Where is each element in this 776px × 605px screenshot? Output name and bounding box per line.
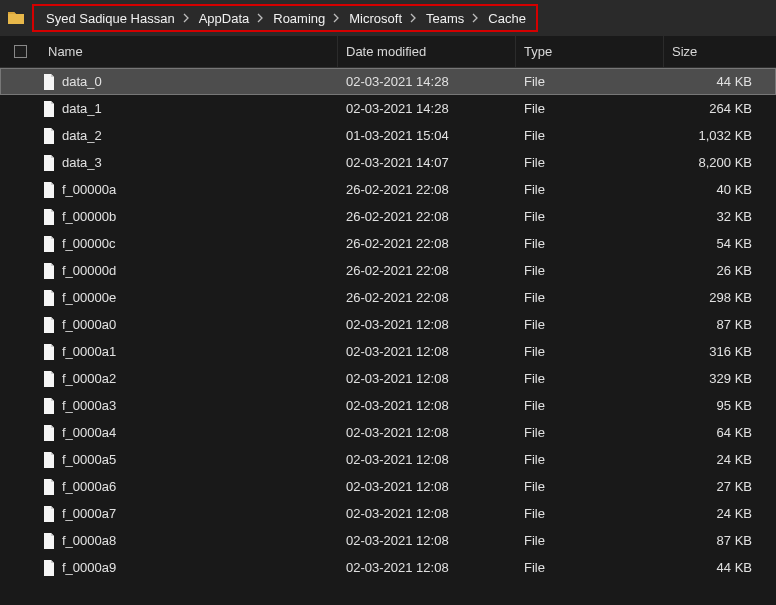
cell-size: 24 KB bbox=[664, 452, 762, 467]
cell-size: 26 KB bbox=[664, 263, 762, 278]
cell-name[interactable]: f_0000a9 bbox=[40, 560, 338, 576]
cell-date: 26-02-2021 22:08 bbox=[338, 209, 516, 224]
table-row[interactable]: f_0000a402-03-2021 12:08File64 KB bbox=[0, 419, 776, 446]
table-row[interactable]: f_00000c26-02-2021 22:08File54 KB bbox=[0, 230, 776, 257]
chevron-right-icon[interactable] bbox=[329, 13, 345, 23]
table-row[interactable]: f_0000a202-03-2021 12:08File329 KB bbox=[0, 365, 776, 392]
file-name: f_0000a2 bbox=[62, 371, 116, 386]
breadcrumb-item[interactable]: AppData bbox=[195, 9, 254, 28]
file-icon bbox=[42, 236, 56, 252]
cell-name[interactable]: f_0000a4 bbox=[40, 425, 338, 441]
table-row[interactable]: f_0000a702-03-2021 12:08File24 KB bbox=[0, 500, 776, 527]
cell-type: File bbox=[516, 533, 664, 548]
table-row[interactable]: data_201-03-2021 15:04File1,032 KB bbox=[0, 122, 776, 149]
cell-name[interactable]: f_0000a6 bbox=[40, 479, 338, 495]
table-row[interactable]: data_102-03-2021 14:28File264 KB bbox=[0, 95, 776, 122]
cell-name[interactable]: f_0000a2 bbox=[40, 371, 338, 387]
file-name: f_0000a3 bbox=[62, 398, 116, 413]
cell-size: 298 KB bbox=[664, 290, 762, 305]
table-row[interactable]: data_002-03-2021 14:28File44 KB bbox=[0, 68, 776, 95]
file-icon bbox=[42, 317, 56, 333]
file-name: f_0000a6 bbox=[62, 479, 116, 494]
table-row[interactable]: f_00000d26-02-2021 22:08File26 KB bbox=[0, 257, 776, 284]
column-header-type[interactable]: Type bbox=[516, 36, 664, 67]
column-header-date[interactable]: Date modified bbox=[338, 36, 516, 67]
cell-type: File bbox=[516, 128, 664, 143]
cell-type: File bbox=[516, 452, 664, 467]
cell-name[interactable]: f_0000a5 bbox=[40, 452, 338, 468]
file-icon bbox=[42, 290, 56, 306]
chevron-right-icon[interactable] bbox=[179, 13, 195, 23]
table-row[interactable]: f_0000a102-03-2021 12:08File316 KB bbox=[0, 338, 776, 365]
cell-date: 02-03-2021 12:08 bbox=[338, 398, 516, 413]
cell-date: 02-03-2021 12:08 bbox=[338, 560, 516, 575]
cell-name[interactable]: f_0000a0 bbox=[40, 317, 338, 333]
breadcrumb-item[interactable]: Syed Sadique Hassan bbox=[42, 9, 179, 28]
breadcrumb-item[interactable]: Cache bbox=[484, 9, 530, 28]
chevron-right-icon[interactable] bbox=[468, 13, 484, 23]
cell-size: 32 KB bbox=[664, 209, 762, 224]
table-row[interactable]: f_0000a802-03-2021 12:08File87 KB bbox=[0, 527, 776, 554]
cell-name[interactable]: data_3 bbox=[40, 155, 338, 171]
file-name: f_00000b bbox=[62, 209, 116, 224]
file-icon bbox=[42, 74, 56, 90]
cell-size: 24 KB bbox=[664, 506, 762, 521]
cell-name[interactable]: f_00000a bbox=[40, 182, 338, 198]
file-name: f_0000a4 bbox=[62, 425, 116, 440]
cell-date: 02-03-2021 12:08 bbox=[338, 533, 516, 548]
cell-size: 8,200 KB bbox=[664, 155, 762, 170]
table-row[interactable]: f_0000a502-03-2021 12:08File24 KB bbox=[0, 446, 776, 473]
select-all-checkbox[interactable] bbox=[14, 45, 40, 58]
cell-size: 44 KB bbox=[664, 74, 762, 89]
chevron-right-icon[interactable] bbox=[253, 13, 269, 23]
cell-size: 27 KB bbox=[664, 479, 762, 494]
cell-name[interactable]: f_0000a3 bbox=[40, 398, 338, 414]
breadcrumb[interactable]: Syed Sadique HassanAppDataRoamingMicroso… bbox=[32, 4, 538, 32]
file-icon bbox=[42, 425, 56, 441]
file-name: data_1 bbox=[62, 101, 102, 116]
chevron-right-icon[interactable] bbox=[406, 13, 422, 23]
cell-name[interactable]: data_1 bbox=[40, 101, 338, 117]
file-icon bbox=[42, 344, 56, 360]
file-name: f_0000a9 bbox=[62, 560, 116, 575]
table-row[interactable]: f_0000a302-03-2021 12:08File95 KB bbox=[0, 392, 776, 419]
column-header-size[interactable]: Size bbox=[664, 36, 762, 67]
cell-name[interactable]: f_0000a7 bbox=[40, 506, 338, 522]
cell-name[interactable]: f_00000e bbox=[40, 290, 338, 306]
breadcrumb-item[interactable]: Teams bbox=[422, 9, 468, 28]
table-row[interactable]: f_00000a26-02-2021 22:08File40 KB bbox=[0, 176, 776, 203]
cell-name[interactable]: f_0000a1 bbox=[40, 344, 338, 360]
cell-date: 02-03-2021 12:08 bbox=[338, 317, 516, 332]
cell-date: 01-03-2021 15:04 bbox=[338, 128, 516, 143]
cell-name[interactable]: data_0 bbox=[40, 74, 338, 90]
cell-size: 87 KB bbox=[664, 533, 762, 548]
table-row[interactable]: data_302-03-2021 14:07File8,200 KB bbox=[0, 149, 776, 176]
cell-name[interactable]: f_00000b bbox=[40, 209, 338, 225]
column-header-name[interactable]: Name bbox=[40, 36, 338, 67]
table-row[interactable]: f_00000b26-02-2021 22:08File32 KB bbox=[0, 203, 776, 230]
file-icon bbox=[42, 452, 56, 468]
breadcrumb-item[interactable]: Roaming bbox=[269, 9, 329, 28]
breadcrumb-item[interactable]: Microsoft bbox=[345, 9, 406, 28]
file-name: f_00000e bbox=[62, 290, 116, 305]
file-icon bbox=[42, 182, 56, 198]
table-row[interactable]: f_0000a002-03-2021 12:08File87 KB bbox=[0, 311, 776, 338]
cell-name[interactable]: f_0000a8 bbox=[40, 533, 338, 549]
table-row[interactable]: f_00000e26-02-2021 22:08File298 KB bbox=[0, 284, 776, 311]
cell-type: File bbox=[516, 74, 664, 89]
cell-size: 64 KB bbox=[664, 425, 762, 440]
file-name: f_00000d bbox=[62, 263, 116, 278]
table-row[interactable]: f_0000a602-03-2021 12:08File27 KB bbox=[0, 473, 776, 500]
cell-date: 26-02-2021 22:08 bbox=[338, 290, 516, 305]
cell-name[interactable]: data_2 bbox=[40, 128, 338, 144]
cell-date: 02-03-2021 14:28 bbox=[338, 74, 516, 89]
cell-type: File bbox=[516, 344, 664, 359]
cell-type: File bbox=[516, 317, 664, 332]
table-row[interactable]: f_0000a902-03-2021 12:08File44 KB bbox=[0, 554, 776, 581]
cell-date: 26-02-2021 22:08 bbox=[338, 182, 516, 197]
cell-name[interactable]: f_00000c bbox=[40, 236, 338, 252]
cell-type: File bbox=[516, 182, 664, 197]
cell-date: 02-03-2021 12:08 bbox=[338, 344, 516, 359]
cell-type: File bbox=[516, 479, 664, 494]
cell-name[interactable]: f_00000d bbox=[40, 263, 338, 279]
